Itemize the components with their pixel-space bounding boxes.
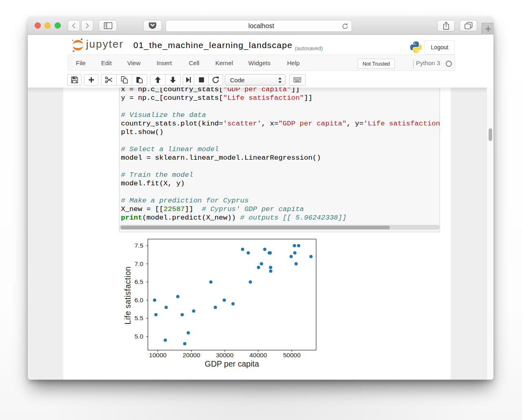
svg-text:Life satisfaction: Life satisfaction bbox=[123, 266, 132, 325]
svg-text:6.0: 6.0 bbox=[135, 297, 144, 303]
svg-text:7.5: 7.5 bbox=[135, 242, 144, 249]
svg-text:20000: 20000 bbox=[183, 352, 200, 358]
svg-text:10000: 10000 bbox=[149, 352, 166, 358]
svg-text:7.0: 7.0 bbox=[135, 260, 144, 267]
svg-text:6.5: 6.5 bbox=[135, 278, 144, 285]
svg-text:5.5: 5.5 bbox=[135, 314, 144, 321]
svg-text:5.0: 5.0 bbox=[135, 333, 144, 340]
svg-text:GDP per capita: GDP per capita bbox=[205, 359, 259, 368]
svg-text:50000: 50000 bbox=[283, 352, 301, 358]
svg-text:30000: 30000 bbox=[216, 352, 233, 358]
svg-text:40000: 40000 bbox=[249, 352, 267, 358]
